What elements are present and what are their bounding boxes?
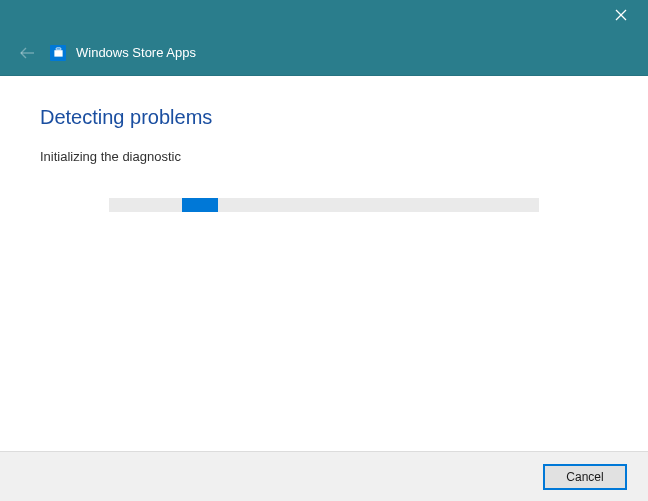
app-icon [50,45,66,61]
back-arrow-icon [19,46,35,60]
page-heading: Detecting problems [40,106,608,129]
footer: Cancel [0,451,648,501]
status-text: Initializing the diagnostic [40,149,608,164]
header-title: Windows Store Apps [76,45,196,60]
store-icon [53,47,64,58]
close-button[interactable] [606,1,636,29]
main-content: Detecting problems Initializing the diag… [0,76,648,451]
svg-rect-3 [56,48,61,50]
close-icon [615,9,627,21]
svg-rect-4 [54,50,62,56]
progress-indicator [182,198,218,212]
back-button [16,42,38,64]
titlebar [0,0,648,30]
progress-bar [109,198,539,212]
cancel-button[interactable]: Cancel [544,465,626,489]
wizard-header: Windows Store Apps [0,30,648,76]
